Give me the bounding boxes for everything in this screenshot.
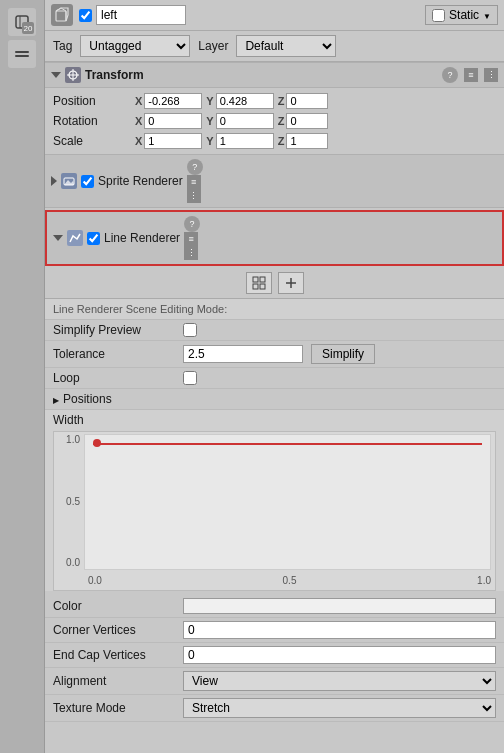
corner-vertices-input[interactable]: [183, 621, 496, 639]
pos-z-label: Z: [278, 95, 285, 107]
simplify-preview-row: Simplify Preview: [45, 320, 504, 341]
line-renderer-settings-icon[interactable]: ≡: [184, 232, 198, 246]
simplify-preview-label: Simplify Preview: [53, 323, 183, 337]
pos-y-label: Y: [206, 95, 213, 107]
transform-header[interactable]: Transform ? ≡ ⋮: [45, 62, 504, 88]
transform-section: Transform ? ≡ ⋮ Position X Y Z: [45, 62, 504, 154]
svg-rect-2: [15, 51, 29, 53]
sprite-renderer-settings-icon[interactable]: ≡: [187, 175, 201, 189]
rot-x-field: X: [135, 113, 202, 129]
chart-line: [93, 443, 482, 445]
svg-rect-15: [253, 284, 258, 289]
transform-settings-icon[interactable]: ≡: [464, 68, 478, 82]
scale-label: Scale: [53, 132, 133, 150]
sprite-renderer-icon: [61, 173, 77, 189]
pos-y-input[interactable]: [216, 93, 274, 109]
editing-mode-row: Line Renderer Scene Editing Mode:: [45, 299, 504, 320]
static-button[interactable]: Static: [425, 5, 498, 25]
alignment-select[interactable]: View: [183, 671, 496, 691]
chart-y-label-top: 1.0: [54, 434, 84, 445]
sprite-renderer-header[interactable]: Sprite Renderer ? ≡ ⋮: [45, 154, 504, 208]
rot-z-input[interactable]: [286, 113, 328, 129]
rot-y-field: Y: [206, 113, 273, 129]
sprite-renderer-title: Sprite Renderer: [98, 174, 183, 188]
transform-menu-icon[interactable]: ⋮: [484, 68, 498, 82]
layer-label: Layer: [198, 39, 228, 53]
transform-icon: [65, 67, 81, 83]
cube-icon: [51, 4, 73, 26]
pos-x-input[interactable]: [144, 93, 202, 109]
rot-x-input[interactable]: [144, 113, 202, 129]
end-cap-vertices-label: End Cap Vertices: [53, 648, 183, 662]
chart-plot: [84, 434, 491, 570]
rotation-label: Rotation: [53, 112, 133, 130]
line-renderer-header[interactable]: Line Renderer ? ≡ ⋮: [45, 210, 504, 266]
width-chart-container: Width 1.0 0.5 0.0 0.0 0.5 1.0: [45, 410, 504, 591]
transform-help-icon[interactable]: ?: [442, 67, 458, 83]
sprite-renderer-enabled[interactable]: [81, 175, 94, 188]
chart-x-labels: 0.0 0.5 1.0: [84, 570, 495, 590]
end-cap-vertices-input[interactable]: [183, 646, 496, 664]
object-name-input[interactable]: [96, 5, 186, 25]
line-renderer-help-icon[interactable]: ?: [184, 216, 200, 232]
scale-x-field: X: [135, 133, 202, 149]
chart-area: 1.0 0.5 0.0 0.0 0.5 1.0: [53, 431, 496, 591]
line-renderer-title: Line Renderer: [104, 231, 180, 245]
width-label-row: Width: [45, 410, 504, 427]
tolerance-input[interactable]: [183, 345, 303, 363]
transform-icons: ? ≡ ⋮: [442, 67, 498, 83]
color-row: Color: [45, 595, 504, 618]
chart-y-label-bot: 0.0: [54, 557, 84, 568]
loop-checkbox[interactable]: [183, 371, 197, 385]
scale-fields: X Y Z: [135, 132, 496, 150]
svg-rect-16: [260, 284, 265, 289]
simplify-button[interactable]: Simplify: [311, 344, 375, 364]
tag-layer-row: Tag Untagged Layer Default: [45, 31, 504, 62]
chart-x-label-0: 0.0: [88, 575, 102, 586]
static-checkbox[interactable]: [432, 9, 445, 22]
pos-z-input[interactable]: [286, 93, 328, 109]
tag-select[interactable]: Untagged: [80, 35, 190, 57]
scale-y-field: Y: [206, 133, 273, 149]
rot-y-input[interactable]: [216, 113, 274, 129]
alignment-label: Alignment: [53, 674, 183, 688]
color-preview[interactable]: [183, 598, 496, 614]
simplify-preview-checkbox[interactable]: [183, 323, 197, 337]
scale-z-label: Z: [278, 135, 285, 147]
rotation-fields: X Y Z: [135, 112, 496, 130]
svg-rect-14: [260, 277, 265, 282]
position-fields: X Y Z: [135, 92, 496, 110]
scale-y-input[interactable]: [216, 133, 274, 149]
positions-row[interactable]: Positions: [45, 389, 504, 410]
static-label: Static: [449, 8, 479, 22]
sprite-renderer-help-icon[interactable]: ?: [187, 159, 203, 175]
line-renderer-enabled[interactable]: [87, 232, 100, 245]
line-renderer-menu-icon[interactable]: ⋮: [184, 246, 198, 260]
active-checkbox[interactable]: [79, 9, 92, 22]
scale-z-input[interactable]: [286, 133, 328, 149]
transform-fields: Position X Y Z Rotation X: [45, 88, 504, 154]
layer-select[interactable]: Default: [236, 35, 336, 57]
line-renderer-icon: [67, 230, 83, 246]
tolerance-row: Tolerance Simplify: [45, 341, 504, 368]
sprite-renderer-menu-icon[interactable]: ⋮: [187, 189, 201, 203]
svg-rect-4: [56, 11, 66, 21]
line-renderer-edit-btn[interactable]: [246, 272, 272, 294]
pos-x-label: X: [135, 95, 142, 107]
line-renderer-add-btn[interactable]: [278, 272, 304, 294]
scale-x-input[interactable]: [144, 133, 202, 149]
color-label: Color: [53, 599, 183, 613]
transform-collapse-icon: [51, 72, 61, 78]
scale-x-label: X: [135, 135, 142, 147]
sidebar-icon-2[interactable]: [8, 40, 36, 68]
main-content: Static Tag Untagged Layer Default Tr: [45, 0, 504, 722]
sprite-renderer-collapse-icon: [51, 176, 57, 186]
loop-label: Loop: [53, 371, 183, 385]
sprite-renderer-icons: ? ≡ ⋮: [187, 159, 203, 203]
pos-y-field: Y: [206, 93, 273, 109]
sidebar-icon-1[interactable]: 20: [8, 8, 36, 36]
loop-row: Loop: [45, 368, 504, 389]
texture-mode-select[interactable]: Stretch: [183, 698, 496, 718]
chart-x-label-2: 1.0: [477, 575, 491, 586]
rot-x-label: X: [135, 115, 142, 127]
